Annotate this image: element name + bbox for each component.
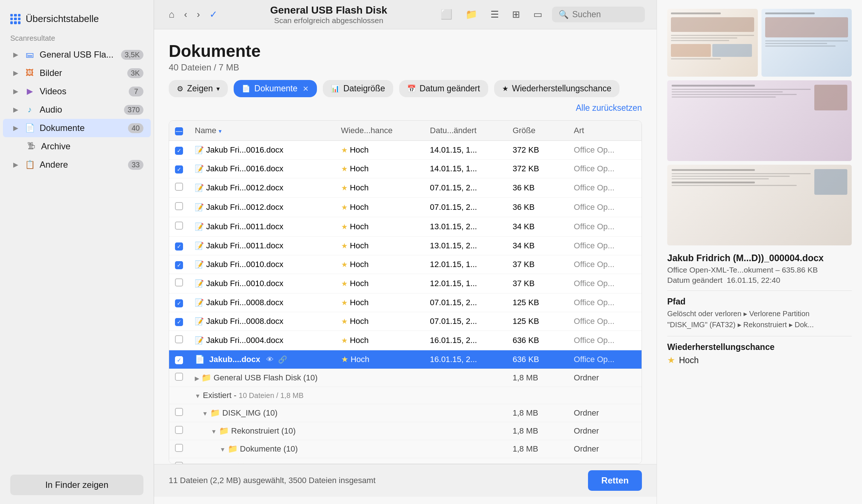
star-icon: ★: [341, 260, 348, 269]
table-row[interactable]: ✓ 📝 Jakub Fri...0016.docx ★ Hoch 14.01.1…: [169, 160, 642, 178]
group-checkbox[interactable]: [175, 462, 183, 464]
star-icon: ★: [341, 223, 348, 231]
toolbar-title-block: General USB Flash Disk Scan erfolgreich …: [228, 4, 430, 25]
sidebar-item-archive[interactable]: 🗜 Archive: [3, 137, 151, 156]
content-area: — Name ▾ Wiede...hance Datu...ändert Grö…: [154, 120, 657, 504]
col-chance[interactable]: Wiede...hance: [335, 121, 424, 141]
chevron-icon: ▶: [13, 69, 18, 77]
toolbar-actions: ⬜ 📁 ☰ ⊞ ▭ 🔍: [437, 7, 645, 22]
row-checkbox[interactable]: ✓: [175, 356, 183, 364]
group-checkbox[interactable]: [175, 426, 183, 434]
filter-show-button[interactable]: ⚙ Zeigen ▾: [169, 80, 228, 97]
group-row-dokumente-sub[interactable]: ▼ 📁 Dokumente (10) 1,8 MB Ordner: [169, 440, 642, 458]
file-icon: 📝: [195, 242, 204, 250]
filter-recovery-button[interactable]: ★ Wiederherstellungschance: [494, 80, 620, 97]
finder-button[interactable]: In Finder zeigen: [10, 475, 143, 495]
filter-icon: ⚙: [177, 84, 183, 93]
group-checkbox[interactable]: [175, 408, 183, 416]
row-checkbox[interactable]: ✓: [175, 242, 183, 251]
select-all-checkbox[interactable]: —: [175, 127, 183, 135]
date-value: 16.01.15, 22:40: [727, 276, 780, 284]
table-row[interactable]: 📝 Jakub Fri...0004.docx ★ Hoch 16.01.15,…: [169, 331, 642, 350]
table-row[interactable]: 📝 Jakub Fri...0011.docx ★ Hoch 13.01.15,…: [169, 217, 642, 237]
table-row[interactable]: ✓ 📝 Jakub Fri...0008.docx ★ Hoch 07.01.1…: [169, 293, 642, 312]
sidebar-item-badge: 7: [129, 87, 143, 96]
file-icon: 📝: [195, 203, 204, 211]
row-checkbox[interactable]: ✓: [175, 147, 183, 155]
grid-icon: [10, 14, 21, 24]
recovery-chance: ★ Hoch: [667, 355, 852, 365]
col-type[interactable]: Art: [568, 121, 642, 141]
sidebar-item-bilder[interactable]: ▶ 🖼 Bilder 3K: [3, 64, 151, 82]
row-checkbox[interactable]: ✓: [175, 299, 183, 307]
table-row[interactable]: 📝 Jakub Fri...0012.docx ★ Hoch 07.01.15,…: [169, 198, 642, 217]
table-row[interactable]: ✓ 📝 Jakub Fri...0010.docx ★ Hoch 12.01.1…: [169, 255, 642, 274]
col-check[interactable]: —: [169, 121, 189, 141]
filter-datum-button[interactable]: 📅 Datum geändert: [399, 80, 488, 97]
file-icon: 📝: [195, 184, 204, 192]
divider: [667, 291, 852, 291]
group-row-disk-img[interactable]: ▼ 📁 DISK_IMG (10) 1,8 MB Ordner: [169, 404, 642, 422]
table-row[interactable]: ✓ 📝 Jakub Fri...0008.docx ★ Hoch 07.01.1…: [169, 312, 642, 331]
row-checkbox[interactable]: [175, 183, 183, 191]
home-button[interactable]: ⌂: [166, 7, 178, 22]
col-size[interactable]: Größe: [507, 121, 568, 141]
grid-view-button[interactable]: ⊞: [508, 7, 524, 22]
group-checkbox[interactable]: [175, 444, 183, 452]
reset-button[interactable]: Alle zurücksetzen: [576, 103, 642, 113]
group-row-rtf[interactable]: ▶ 📁 rtf (1) 683 Byte Ordner: [169, 458, 642, 464]
filter-dateigroesse-button[interactable]: 📊 Dateigröße: [323, 80, 393, 97]
sidebar-item-videos[interactable]: ▶ ▶ Videos 7: [3, 82, 151, 101]
check-button[interactable]: ✓: [207, 7, 220, 22]
sidebar-overview[interactable]: Übersichtstabelle: [0, 7, 154, 32]
row-checkbox[interactable]: ✓: [175, 318, 183, 326]
sidebar-item-audio[interactable]: ▶ ♪ Audio 370: [3, 101, 151, 119]
list-view-button[interactable]: ☰: [487, 7, 503, 22]
chevron-down-icon: ▼: [220, 446, 226, 453]
sidebar-item-andere[interactable]: ▶ 📋 Andere 33: [3, 156, 151, 174]
retten-button[interactable]: Retten: [588, 470, 642, 491]
table-row[interactable]: 📝 Jakub Fri...0010.docx ★ Hoch 12.01.15,…: [169, 274, 642, 293]
row-checkbox[interactable]: ✓: [175, 165, 183, 174]
file-icon: 📄: [195, 355, 205, 364]
sidebar-item-label: Archive: [41, 141, 143, 151]
table-row-selected[interactable]: ✓ 📄 Jakub....docx 👁 🔗 ★ Hoch 16.01.15, 2…: [169, 350, 642, 369]
table-row[interactable]: ✓ 📝 Jakub Fri...0011.docx ★ Hoch 13.01.1…: [169, 237, 642, 255]
col-name[interactable]: Name ▾: [189, 121, 335, 141]
audio-icon: ♪: [24, 104, 35, 115]
new-file-button[interactable]: ⬜: [437, 7, 456, 22]
group-row-usb[interactable]: ▶ 📁 General USB Flash Disk (10) 1,8 MB O…: [169, 369, 642, 387]
search-input[interactable]: [572, 10, 638, 19]
row-checkbox[interactable]: ✓: [175, 261, 183, 269]
row-checkbox[interactable]: [175, 222, 183, 230]
row-checkbox[interactable]: [175, 202, 183, 210]
group-row-existiert[interactable]: ▼ Existiert - 10 Dateien / 1,8 MB: [169, 387, 642, 404]
table-scroll[interactable]: — Name ▾ Wiede...hance Datu...ändert Grö…: [169, 121, 642, 464]
row-checkbox[interactable]: [175, 335, 183, 343]
star-icon: ★: [341, 165, 348, 173]
toolbar-subtitle: Scan erfolgreich abgeschlossen: [228, 16, 430, 25]
table-row[interactable]: ✓ 📝 Jakub Fri...0016.docx ★ Hoch 14.01.1…: [169, 141, 642, 160]
chevron-down-icon: ▼: [195, 393, 201, 399]
recovery-value: Hoch: [679, 355, 699, 365]
sidebar-item-dokumente[interactable]: ▶ 📄 Dokumente 40: [3, 119, 151, 137]
col-date[interactable]: Datu...ändert: [424, 121, 507, 141]
panel-button[interactable]: ▭: [530, 7, 546, 22]
table-row[interactable]: 📝 Jakub Fri...0012.docx ★ Hoch 07.01.15,…: [169, 178, 642, 198]
row-checkbox[interactable]: [175, 278, 183, 286]
group-row-rekonstruiert[interactable]: ▼ 📁 Rekonstruiert (10) 1,8 MB Ordner: [169, 422, 642, 440]
sidebar-item-badge: 33: [128, 160, 143, 170]
main-area: ⌂ ‹ › ✓ General USB Flash Disk Scan erfo…: [154, 0, 657, 504]
star-icon: ★: [341, 299, 348, 307]
col-name-label: Name: [195, 126, 216, 135]
folder-button[interactable]: 📁: [462, 7, 481, 22]
path-label: Pfad: [667, 297, 852, 307]
filter-dokumente-button[interactable]: 📄 Dokumente ✕: [234, 80, 317, 97]
file-info-type: Office Open-XML-Te...okument – 635.86 KB: [667, 266, 852, 274]
forward-button[interactable]: ›: [194, 7, 203, 22]
back-button[interactable]: ‹: [181, 7, 190, 22]
close-icon: ✕: [303, 84, 309, 93]
sidebar-item-usb[interactable]: ▶ 🖴 General USB Fla... 3,5K: [3, 45, 151, 64]
group-checkbox[interactable]: [175, 373, 183, 381]
search-icon: 🔍: [559, 10, 569, 19]
